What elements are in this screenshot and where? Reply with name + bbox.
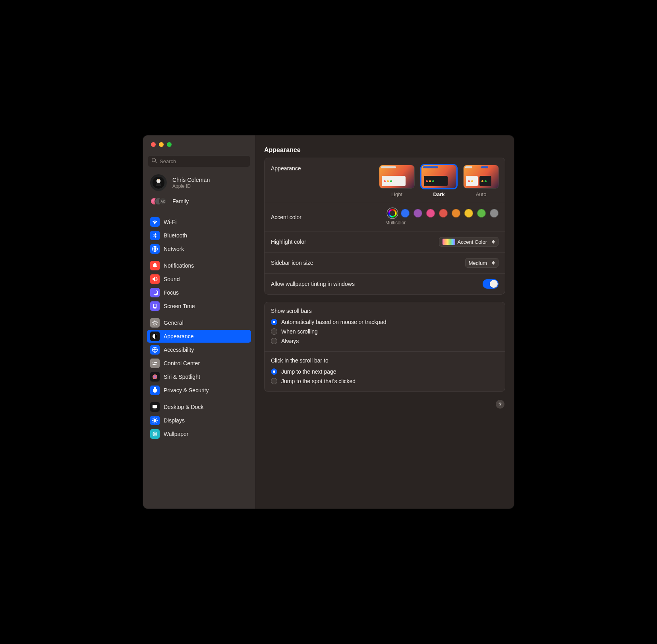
main-pane: Appearance Appearance LightDarkAuto Acce… xyxy=(255,135,514,509)
highlight-label: Highlight color xyxy=(271,239,306,245)
scroll-show-title: Show scroll bars xyxy=(271,308,499,314)
appearance-option-auto[interactable]: Auto xyxy=(464,165,499,197)
scroll_show-opts-option[interactable]: When scrolling xyxy=(271,327,499,336)
appearance-thumb-icon xyxy=(379,165,414,188)
accessibility-icon xyxy=(150,345,160,355)
sidebar-item-label: Desktop & Dock xyxy=(164,404,203,410)
control-center-icon xyxy=(150,359,160,368)
zoom-icon[interactable] xyxy=(167,142,172,147)
help-button[interactable]: ? xyxy=(496,400,504,409)
radio-icon xyxy=(271,328,277,335)
accent-swatch-purple[interactable] xyxy=(414,209,422,218)
sidebar-item-appearance[interactable]: Appearance xyxy=(147,330,251,343)
scroll-panel: Show scroll bars Automatically based on … xyxy=(264,302,505,392)
svg-point-17 xyxy=(154,419,157,422)
sidebar-item-label: Focus xyxy=(164,289,179,296)
svg-point-9 xyxy=(155,348,156,349)
sidebar-item-bluetooth[interactable]: Bluetooth xyxy=(147,229,251,242)
family-avatars-icon: AC xyxy=(150,197,167,206)
siri-spotlight-icon xyxy=(150,372,160,382)
appearance-label: Appearance xyxy=(271,165,301,172)
appearance-option-light[interactable]: Light xyxy=(379,165,414,197)
tinting-toggle[interactable] xyxy=(483,279,499,289)
accent-swatch-red[interactable] xyxy=(439,209,448,218)
sidebar-item-general[interactable]: General xyxy=(147,316,251,329)
main-header: Appearance xyxy=(255,135,514,158)
sidebar-item-label: Displays xyxy=(164,417,185,424)
sidebar-item-network[interactable]: Network xyxy=(147,243,251,255)
sidebar-item-notifications[interactable]: Notifications xyxy=(147,259,251,272)
scroll-show-group: Show scroll bars Automatically based on … xyxy=(265,302,505,352)
accent-swatch-blue[interactable] xyxy=(401,209,410,218)
scroll_click-opts-option[interactable]: Jump to the next page xyxy=(271,367,499,376)
scroll_show-opts-option[interactable]: Automatically based on mouse or trackpad xyxy=(271,317,499,327)
appearance-thumb-icon xyxy=(464,165,499,188)
sidebar-item-accessibility[interactable]: Accessibility xyxy=(147,343,251,356)
sidebar-item-privacy-security[interactable]: Privacy & Security xyxy=(147,384,251,397)
close-icon[interactable] xyxy=(151,142,156,147)
family-row[interactable]: AC Family xyxy=(143,193,255,210)
sidebar-item-label: Sound xyxy=(164,276,180,282)
accent-caption: Multicolor xyxy=(385,220,406,226)
row-highlight: Highlight color Accent Color xyxy=(265,231,505,253)
sidebar-nav: Wi-FiBluetoothNetworkNotificationsSoundF… xyxy=(143,210,255,509)
accent-swatch-green[interactable] xyxy=(477,209,486,218)
appearance-option-dark[interactable]: Dark xyxy=(421,165,456,197)
search-field[interactable] xyxy=(148,155,250,167)
sidebar-item-focus[interactable]: Focus xyxy=(147,286,251,299)
minimize-icon[interactable] xyxy=(159,142,164,147)
bluetooth-icon xyxy=(150,231,160,240)
page-title: Appearance xyxy=(264,147,301,154)
sidebar-item-label: Accessibility xyxy=(164,347,194,353)
chevron-updown-icon xyxy=(490,261,497,265)
sidebar-item-label: Appearance xyxy=(164,333,194,339)
radio-label: Automatically based on mouse or trackpad xyxy=(281,319,386,325)
svg-point-2 xyxy=(155,223,156,224)
sidebar-item-displays[interactable]: Displays xyxy=(147,414,251,427)
appearance-caption: Dark xyxy=(433,191,445,197)
window-controls xyxy=(143,135,255,151)
sidebar-icon-select[interactable]: Medium xyxy=(465,258,499,268)
sidebar-item-label: Screen Time xyxy=(164,303,195,309)
accent-swatch-multicolor[interactable] xyxy=(388,209,397,218)
sidebar-item-label: Network xyxy=(164,246,184,252)
sidebar-item-label: Control Center xyxy=(164,360,200,366)
apple-id-row[interactable]: Chris Coleman Apple ID xyxy=(143,169,255,193)
wallpaper-icon xyxy=(150,429,160,439)
settings-window: Chris Coleman Apple ID AC Family Wi-FiBl… xyxy=(143,135,514,509)
sidebar-item-sound[interactable]: Sound xyxy=(147,273,251,285)
screen-time-icon xyxy=(150,301,160,311)
sidebar-item-control-center[interactable]: Control Center xyxy=(147,357,251,370)
svg-point-14 xyxy=(153,374,157,379)
search-input[interactable] xyxy=(160,158,247,164)
sound-icon xyxy=(150,274,160,284)
accent-swatch-graphite[interactable] xyxy=(490,209,499,218)
family-label: Family xyxy=(172,198,189,204)
row-sidebar-icon-size: Sidebar icon size Medium xyxy=(265,253,505,274)
network-icon xyxy=(150,244,160,254)
radio-label: When scrolling xyxy=(281,328,318,335)
svg-rect-5 xyxy=(154,305,156,307)
sidebar-item-wallpaper[interactable]: Wallpaper xyxy=(147,428,251,440)
appearance-options: LightDarkAuto xyxy=(379,165,499,197)
highlight-select[interactable]: Accent Color xyxy=(439,237,499,247)
chevron-updown-icon xyxy=(490,240,497,244)
sidebar-item-wi-fi[interactable]: Wi-Fi xyxy=(147,216,251,228)
scroll_click-opts-option[interactable]: Jump to the spot that's clicked xyxy=(271,376,499,386)
sidebar-item-label: Bluetooth xyxy=(164,232,187,239)
accent-swatch-pink[interactable] xyxy=(426,209,435,218)
radio-icon xyxy=(271,378,277,384)
svg-point-19 xyxy=(154,433,155,434)
radio-label: Jump to the next page xyxy=(281,368,336,375)
sidebar-item-desktop-dock[interactable]: Desktop & Dock xyxy=(147,401,251,413)
sidebar-item-siri-spotlight[interactable]: Siri & Spotlight xyxy=(147,370,251,383)
sidebar-item-screen-time[interactable]: Screen Time xyxy=(147,300,251,312)
appearance-caption: Light xyxy=(391,191,402,197)
accent-swatch-yellow[interactable] xyxy=(464,209,473,218)
tinting-label: Allow wallpaper tinting in windows xyxy=(271,281,355,287)
search-icon xyxy=(151,158,160,165)
scroll_show-opts-option[interactable]: Always xyxy=(271,336,499,346)
sidebar-item-label: Wallpaper xyxy=(164,431,189,437)
scroll-click-group: Click in the scroll bar to Jump to the n… xyxy=(265,352,505,391)
accent-swatch-orange[interactable] xyxy=(452,209,460,218)
